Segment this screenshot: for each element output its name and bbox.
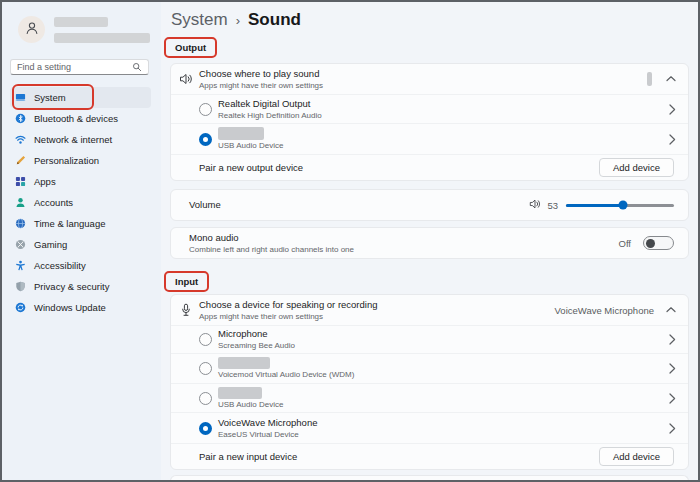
profile-text — [54, 16, 150, 43]
device-description: USB Audio Device — [218, 141, 283, 151]
radio-selected[interactable] — [199, 422, 212, 435]
user-profile[interactable] — [18, 16, 151, 43]
device-description: Voicemod Virtual Audio Device (WDM) — [218, 370, 354, 380]
redacted-user-name — [54, 17, 108, 27]
device-name: Microphone — [218, 328, 295, 340]
chevron-up-icon[interactable] — [666, 75, 676, 83]
input-picker-subtitle: Apps might have their own settings — [199, 312, 378, 322]
next-card-partial — [170, 475, 689, 480]
accessibility-person-icon — [15, 260, 26, 271]
output-picker-header[interactable]: Choose where to play sound Apps might ha… — [171, 64, 688, 94]
device-description: Realtek High Definition Audio — [218, 111, 322, 121]
pair-input-row: Pair a new input device Add device — [171, 443, 688, 469]
add-input-device-button[interactable]: Add device — [599, 447, 674, 466]
input-device-microphone-row[interactable]: Microphone Screaming Bee Audio — [171, 325, 688, 353]
radio-unselected[interactable] — [199, 362, 212, 375]
sidebar: System Bluetooth & devices Network & int… — [2, 2, 161, 480]
output-section-label: Output — [164, 37, 217, 58]
device-description: Screaming Bee Audio — [218, 341, 295, 351]
chevron-up-icon[interactable] — [666, 306, 676, 314]
redacted-device-name — [218, 127, 264, 140]
volume-speaker-icon — [529, 196, 541, 214]
speaker-icon — [179, 72, 193, 86]
wifi-icon — [15, 134, 26, 145]
brush-icon — [15, 155, 26, 166]
breadcrumb-parent[interactable]: System — [171, 10, 228, 30]
mono-audio-card: Mono audio Combine left and right audio … — [170, 227, 689, 259]
pair-output-row: Pair a new output device Add device — [171, 154, 688, 180]
sidebar-item-bluetooth-devices[interactable]: Bluetooth & devices — [10, 108, 151, 129]
xbox-icon — [15, 239, 26, 250]
radio-unselected[interactable] — [199, 333, 212, 346]
sidebar-item-time-language[interactable]: Time & language — [10, 213, 151, 234]
redacted-user-email — [54, 33, 150, 43]
toggle-knob — [646, 239, 655, 248]
search-box[interactable] — [10, 59, 149, 75]
add-output-device-button[interactable]: Add device — [599, 158, 674, 177]
device-description: EaseUS Virtual Device — [218, 430, 317, 440]
search-input[interactable] — [17, 62, 132, 72]
mono-audio-subtitle: Combine left and right audio channels in… — [189, 245, 354, 255]
person-icon — [24, 20, 40, 40]
sidebar-item-windows-update[interactable]: Windows Update — [10, 297, 151, 318]
update-arrows-icon — [15, 302, 26, 313]
avatar — [18, 16, 45, 43]
input-device-voicemod-row[interactable]: Voicemod Virtual Audio Device (WDM) — [171, 353, 688, 383]
sidebar-item-personalization[interactable]: Personalization — [10, 150, 151, 171]
apps-grid-icon — [15, 176, 26, 187]
chevron-right-icon[interactable] — [669, 104, 676, 115]
accounts-person-icon — [15, 197, 26, 208]
input-device-usb-row[interactable]: USB Audio Device — [171, 383, 688, 412]
radio-unselected[interactable] — [199, 103, 212, 116]
sidebar-item-accounts[interactable]: Accounts — [10, 192, 151, 213]
output-devices-card: Choose where to play sound Apps might ha… — [170, 63, 689, 181]
breadcrumb-chevron: › — [236, 12, 240, 28]
chevron-right-icon[interactable] — [669, 393, 676, 404]
sidebar-item-label: Windows Update — [34, 302, 106, 313]
chevron-right-icon[interactable] — [669, 363, 676, 374]
mono-audio-state: Off — [619, 238, 632, 249]
sidebar-item-label: Personalization — [34, 155, 99, 166]
sidebar-item-privacy-security[interactable]: Privacy & security — [10, 276, 151, 297]
input-device-voicewave-row[interactable]: VoiceWave Microphone EaseUS Virtual Devi… — [171, 412, 688, 443]
radio-selected[interactable] — [199, 133, 212, 146]
breadcrumb: System › Sound — [171, 10, 689, 30]
output-picker-title: Choose where to play sound — [199, 68, 323, 80]
sidebar-item-label: Bluetooth & devices — [34, 113, 118, 124]
device-name: Realtek Digital Output — [218, 98, 322, 110]
pair-output-label: Pair a new output device — [179, 162, 303, 173]
microphone-icon — [179, 303, 193, 317]
chevron-right-icon[interactable] — [669, 423, 676, 434]
selected-input-device: VoiceWave Microphone — [555, 305, 654, 316]
output-device-realtek-row[interactable]: Realtek Digital Output Realtek High Defi… — [171, 94, 688, 123]
sidebar-item-apps[interactable]: Apps — [10, 171, 151, 192]
sidebar-item-network-internet[interactable]: Network & internet — [10, 129, 151, 150]
sidebar-item-accessibility[interactable]: Accessibility — [10, 255, 151, 276]
output-picker-text: Choose where to play sound Apps might ha… — [199, 68, 323, 91]
device-name: VoiceWave Microphone — [218, 417, 317, 429]
mono-audio-title: Mono audio — [189, 232, 354, 244]
slider-thumb[interactable] — [619, 201, 628, 210]
sidebar-item-system[interactable]: System — [10, 87, 151, 108]
chevron-right-icon[interactable] — [669, 134, 676, 145]
shield-icon — [15, 281, 26, 292]
sidebar-item-label: Accessibility — [34, 260, 86, 271]
input-picker-header[interactable]: Choose a device for speaking or recordin… — [171, 295, 688, 325]
radio-unselected[interactable] — [199, 392, 212, 405]
page-title: Sound — [248, 10, 301, 30]
sidebar-item-label: Accounts — [34, 197, 73, 208]
sidebar-item-label: Apps — [34, 176, 56, 187]
sidebar-item-label: Time & language — [34, 218, 105, 229]
output-picker-subtitle: Apps might have their own settings — [199, 81, 323, 91]
pair-input-label: Pair a new input device — [179, 451, 297, 462]
chevron-right-icon[interactable] — [669, 334, 676, 345]
input-picker-text: Choose a device for speaking or recordin… — [199, 299, 378, 322]
volume-row: Volume 53 — [171, 190, 688, 220]
output-device-usb-row[interactable]: USB Audio Device — [171, 123, 688, 154]
volume-value: 53 — [547, 200, 558, 211]
volume-slider[interactable] — [566, 199, 674, 211]
mono-audio-toggle[interactable] — [643, 236, 674, 250]
sidebar-item-gaming[interactable]: Gaming — [10, 234, 151, 255]
sidebar-item-label: System — [34, 92, 66, 103]
redacted-device-name — [218, 357, 270, 369]
